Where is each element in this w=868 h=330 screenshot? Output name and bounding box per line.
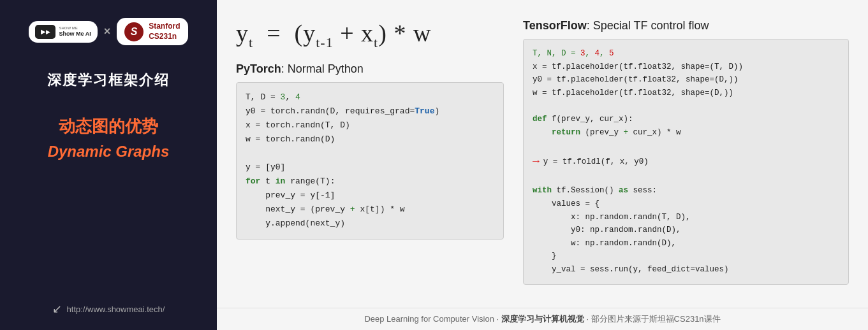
tf-line-4: w = tf.placeholder(tf.float32, shape=(D,… bbox=[533, 87, 839, 100]
tf-line-2: x = tf.placeholder(tf.float32, shape=(T,… bbox=[533, 61, 839, 74]
tf-line-7: return (prev_y + cur_x) * w bbox=[533, 126, 839, 140]
logo-area: ▶ SHOW ME Show Me AI × S Stanford CS231n bbox=[29, 18, 188, 45]
tf-line-3: y0 = tf.placeholder(tf.float32, shape=(D… bbox=[533, 73, 839, 87]
pytorch-line-2: y0 = torch.randn(D, requires_grad=True) bbox=[246, 104, 494, 118]
showmeai-icon: ▶ bbox=[35, 25, 55, 39]
pytorch-bold: PyTorch bbox=[236, 62, 281, 75]
content-area: yt = (yt-1 + xt) * w PyTorch: Normal Pyt… bbox=[217, 0, 868, 308]
cursor-icon: ↙ bbox=[52, 302, 62, 316]
pytorch-line-8: prev_y = y[-1] bbox=[246, 189, 494, 203]
pytorch-line-7: for t in range(T): bbox=[246, 175, 494, 189]
pytorch-line-9: next_y = (prev_y + x[t]) * w bbox=[246, 203, 494, 217]
pytorch-sub: : Normal Python bbox=[281, 62, 364, 75]
pytorch-label: PyTorch: Normal Python bbox=[236, 62, 504, 76]
arrow-right-icon: → bbox=[533, 152, 540, 171]
formula-display: yt = (yt-1 + xt) * w bbox=[236, 19, 504, 51]
tf-line-13: x: np.random.randn(T, D), bbox=[533, 211, 839, 224]
sidebar-title: 深度学习框架介绍 bbox=[47, 71, 170, 90]
tf-line-16: } bbox=[533, 250, 839, 263]
tf-line-10 bbox=[533, 171, 839, 185]
tf-fold-line: y = tf.foldl(f, x, y0) bbox=[543, 155, 649, 169]
tf-line-6: def f(prev_y, cur_x): bbox=[533, 113, 839, 126]
sidebar-subtitle-en: Dynamic Graphs bbox=[48, 143, 170, 161]
sidebar-footer: ↙ http://www.showmeai.tech/ bbox=[52, 302, 165, 316]
tf-line-15: w: np.random.randn(D), bbox=[533, 237, 839, 250]
tf-line-11: with tf.Session() as sess: bbox=[533, 184, 839, 197]
tf-line-17: y_val = sess.run(y, feed_dict=values) bbox=[533, 263, 839, 276]
pytorch-line-10: y.append(next_y) bbox=[246, 217, 494, 231]
left-panel: yt = (yt-1 + xt) * w PyTorch: Normal Pyt… bbox=[236, 13, 504, 301]
stanford-text: Stanford CS231n bbox=[149, 22, 180, 41]
tf-title-sub: : Special TF control flow bbox=[587, 19, 709, 32]
tf-line-9: → y = tf.foldl(f, x, y0) bbox=[533, 152, 839, 171]
tf-title: TensorFlow: Special TF control flow bbox=[523, 19, 849, 32]
tf-line-1: T, N, D = 3, 4, 5 bbox=[533, 47, 839, 61]
sidebar-url: http://www.showmeai.tech/ bbox=[67, 305, 165, 314]
pytorch-line-3: x = torch.randn(T, D) bbox=[246, 118, 494, 133]
pytorch-line-5 bbox=[246, 147, 494, 161]
sidebar-subtitle-cn: 动态图的优势 bbox=[59, 115, 158, 138]
stanford-s-logo: S bbox=[124, 22, 143, 41]
tf-code-block: T, N, D = 3, 4, 5 x = tf.placeholder(tf.… bbox=[523, 39, 849, 285]
tf-line-12: values = { bbox=[533, 197, 839, 211]
tf-title-bold: TensorFlow bbox=[523, 19, 587, 32]
footer: Deep Learning for Computer Vision · 深度学习… bbox=[217, 308, 868, 330]
tf-line-5 bbox=[533, 100, 839, 113]
pytorch-line-4: w = torch.randn(D) bbox=[246, 133, 494, 147]
pytorch-line-1: T, D = 3, 4 bbox=[246, 90, 494, 104]
pytorch-line-6: y = [y0] bbox=[246, 161, 494, 175]
showmeai-badge: ▶ SHOW ME Show Me AI bbox=[29, 21, 97, 43]
cross-symbol: × bbox=[104, 25, 111, 38]
sidebar: ▶ SHOW ME Show Me AI × S Stanford CS231n… bbox=[0, 0, 217, 330]
main-content: yt = (yt-1 + xt) * w PyTorch: Normal Pyt… bbox=[217, 0, 868, 330]
tf-line-8 bbox=[533, 139, 839, 152]
stanford-badge: S Stanford CS231n bbox=[117, 18, 188, 45]
right-panel: TensorFlow: Special TF control flow T, N… bbox=[523, 13, 849, 301]
pytorch-code-block: T, D = 3, 4 y0 = torch.randn(D, requires… bbox=[236, 82, 504, 240]
showmeai-text: SHOW ME Show Me AI bbox=[59, 26, 91, 38]
footer-text: Deep Learning for Computer Vision · 深度学习… bbox=[364, 314, 720, 324]
tf-line-14: y0: np.random.randn(D), bbox=[533, 224, 839, 237]
